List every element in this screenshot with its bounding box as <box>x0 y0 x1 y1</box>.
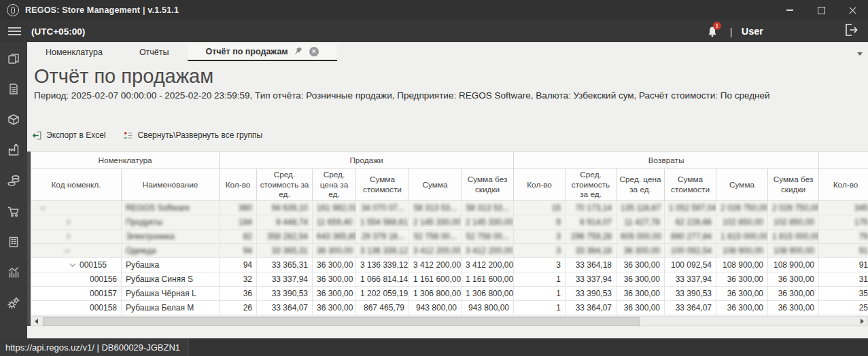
tab-list-button chevron-down-icon[interactable] <box>857 52 863 56</box>
table-row[interactable]: Одежда9433 365,3136 300,003 136 339,123 … <box>31 244 868 258</box>
column-header[interactable]: Сумма без скидки <box>462 169 514 201</box>
column-header[interactable]: Кол-во <box>220 169 257 201</box>
cell-value: 34 070 07... <box>360 203 404 213</box>
value-cell: 1 202 059,19 <box>356 287 409 301</box>
value-cell: 70 173,14 <box>566 201 617 215</box>
scrollbar-track[interactable] <box>41 317 857 325</box>
table-row[interactable]: 000155Рубашка9433 365,3136 300,003 136 3… <box>31 258 868 272</box>
excel-export-icon <box>32 130 42 141</box>
value-cell: 52 756 00... <box>409 230 462 244</box>
column-header[interactable]: Сумма <box>716 169 768 201</box>
scrollbar-thumb[interactable] <box>43 317 640 326</box>
logout-button[interactable] <box>844 23 858 39</box>
tab-отчёты[interactable]: Отчёты <box>121 43 188 61</box>
item-code: 000157 <box>90 289 117 298</box>
value-cell: 3 412 200,00 <box>409 258 462 272</box>
code-cell <box>31 230 122 244</box>
cell-value: 358 282,54 <box>261 232 308 241</box>
value-cell: 890 277,84 <box>665 230 716 244</box>
cell-value: 33 365,31 <box>261 246 308 255</box>
column-header[interactable]: Кол-во <box>819 169 868 201</box>
code-cell <box>31 244 122 258</box>
collapse-group-icon[interactable] <box>70 262 75 267</box>
maximize-icon <box>818 7 825 14</box>
horizontal-scrollbar[interactable] <box>31 316 868 326</box>
factory-icon <box>7 143 20 157</box>
cell-value: 36 300,00 <box>721 289 763 298</box>
value-cell: 36 300,00 <box>313 244 356 258</box>
column-header[interactable]: Сумма стоимости <box>356 169 409 201</box>
sidebar-item-document[interactable] <box>6 82 21 96</box>
cell-value: 3 136 339,12 <box>360 246 404 255</box>
scroll-left-button[interactable] <box>31 317 41 325</box>
table-row[interactable]: 000158Рубашка Белая М2633 364,0736 300,0… <box>31 301 868 315</box>
table-row[interactable]: 000157Рубашка Чёрная L3633 390,5336 300,… <box>31 287 868 301</box>
collapse-group-icon[interactable] <box>65 247 70 253</box>
column-header[interactable]: Кол-во <box>514 169 566 201</box>
cell-value: 36 300,00 <box>317 274 351 284</box>
expand-group-icon[interactable] <box>65 234 70 239</box>
cell-value: 100 092,54 <box>669 246 712 255</box>
column-header[interactable]: Сред. цена за ед. <box>617 169 665 201</box>
collapse-group-icon[interactable] <box>40 204 46 210</box>
table-row[interactable]: REGOS Software36094 639,10161 982,0334 0… <box>31 201 868 215</box>
sidebar-item-cart[interactable] <box>6 204 21 219</box>
minimize-button[interactable] <box>774 0 805 20</box>
sidebar-item-building[interactable] <box>6 234 21 249</box>
document-icon <box>7 82 20 96</box>
cell-value: 943 800,00 <box>413 303 457 313</box>
item-name: Рубашка <box>126 260 159 270</box>
sidebar-item-coins[interactable] <box>6 173 21 188</box>
column-band-header[interactable]: Продажи <box>220 152 514 169</box>
table-row[interactable]: 000156Рубашка Синяя S3233 337,9436 300,0… <box>31 272 868 287</box>
column-header[interactable]: Наименование <box>122 169 220 201</box>
collapse-expand-icon <box>123 130 133 141</box>
minimize-icon <box>786 10 793 11</box>
value-cell: 8 448,74 <box>257 215 313 230</box>
export-to-excel-button[interactable]: Экспорт в Excel <box>32 130 105 141</box>
sidebar-item-package[interactable] <box>6 112 21 127</box>
value-cell: 11 427,78 <box>617 215 665 230</box>
cell-value: 1 <box>518 274 561 284</box>
maximize-button[interactable] <box>805 0 837 20</box>
table-row[interactable]: Электроника82358 282,54643 365,8529 379 … <box>31 230 868 244</box>
column-header[interactable]: Сред. цена за ед. <box>313 169 356 201</box>
pin-icon[interactable] <box>294 46 303 57</box>
hamburger-menu-icon[interactable] <box>8 27 21 35</box>
code-cell: 000157 <box>31 287 122 301</box>
page-title: Отчёт по продажам <box>27 63 868 89</box>
user-label[interactable]: User <box>742 26 763 37</box>
value-cell: 79 <box>819 230 868 244</box>
column-header[interactable]: Сумма стоимости <box>665 169 716 201</box>
column-band-header[interactable] <box>819 152 868 169</box>
table-row[interactable]: Продукты1848 448,7411 659,401 554 568,61… <box>31 215 868 230</box>
column-header[interactable]: Код номенкл. <box>31 169 122 201</box>
tab-номенклатура[interactable]: Номенклатура <box>27 43 121 61</box>
cell-value: 943 800,00 <box>466 303 509 313</box>
column-header[interactable]: Сред. стоимость за ед. <box>566 169 617 201</box>
value-cell: 100 092,54 <box>665 244 716 258</box>
column-band-header[interactable]: Возвраты <box>514 152 819 169</box>
column-band-header[interactable]: Номенклатура <box>31 152 220 169</box>
cell-value: 3 136 339,12 <box>360 260 404 270</box>
scroll-right-button[interactable] <box>857 317 867 325</box>
sidebar-item-gears[interactable] <box>6 296 21 310</box>
collapse-expand-groups-button[interactable]: Свернуть\Развернуть все группы <box>123 130 262 141</box>
cell-value: 100 092,54 <box>669 260 712 270</box>
tab-close-icon[interactable]: × <box>309 47 319 56</box>
value-cell: 36 300,00 <box>313 258 356 272</box>
sidebar-item-copy[interactable] <box>6 51 21 66</box>
sidebar-item-chart[interactable] <box>6 265 21 280</box>
cell-value: 184 <box>224 217 252 227</box>
expand-group-icon[interactable] <box>65 219 70 225</box>
tab-отчёт-по-продажам[interactable]: Отчёт по продажам× <box>188 43 337 61</box>
close-button[interactable] <box>837 0 868 20</box>
notifications-button[interactable]: ! <box>705 24 720 39</box>
column-header[interactable]: Сумма <box>409 169 462 201</box>
column-header[interactable]: Сумма без скидки <box>768 169 819 201</box>
column-header[interactable]: Сред. стоимость за ед. <box>257 169 313 201</box>
arrow-left-icon <box>35 319 38 324</box>
sidebar-item-factory[interactable] <box>6 143 21 158</box>
cell-value: 2 026 750,00 <box>721 203 763 213</box>
cell-value: 1 306 800,00 <box>413 289 457 298</box>
